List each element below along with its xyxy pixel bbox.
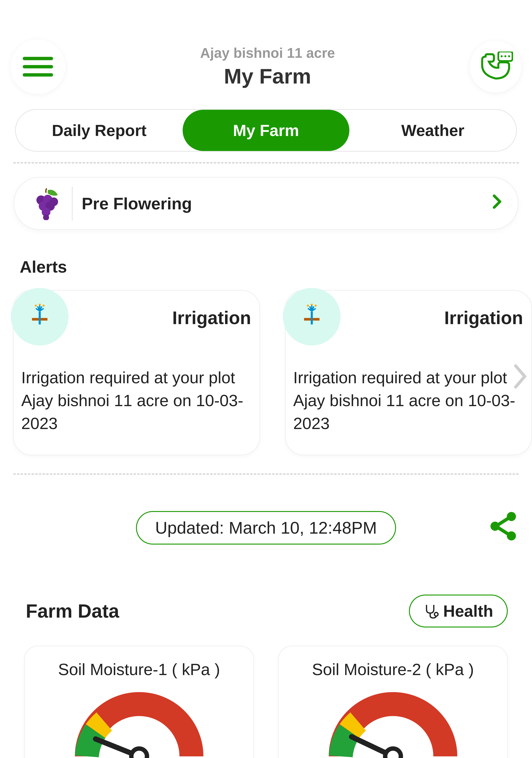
svg-rect-12 [39,312,41,325]
health-label: Health [443,602,493,621]
tab-my-farm[interactable]: My Farm [183,110,349,151]
svg-point-18 [307,305,309,307]
alert-body: Irrigation required at your plot Ajay bi… [21,366,251,435]
stethoscope-icon [423,603,439,619]
header-title-group: Ajay bishnoi 11 acre My Farm [200,45,335,88]
menu-button[interactable] [11,39,65,94]
card-title: Soil Moisture-1 ( kPa ) [31,660,247,679]
tab-daily-report[interactable]: Daily Report [16,110,183,151]
gauge-icon [73,691,205,758]
alert-body: Irrigation required at your plot Ajay bi… [293,366,523,435]
hamburger-icon [23,57,53,77]
grape-icon [29,187,63,220]
phone-chat-icon [478,52,513,82]
svg-point-26 [131,748,147,758]
svg-point-20 [311,304,313,305]
svg-point-28 [385,748,401,758]
svg-point-3 [508,55,510,57]
share-icon [489,511,517,541]
divider [13,473,519,475]
svg-point-13 [35,305,37,307]
svg-point-14 [43,305,45,307]
call-support-button[interactable] [470,41,521,92]
svg-rect-17 [311,312,313,325]
irrigation-icon [283,288,341,346]
svg-point-2 [504,55,506,57]
data-card-soil-moisture-2[interactable]: Soil Moisture-2 ( kPa ) 32 Too Dry [278,646,508,758]
view-tabs: Daily Report My Farm Weather [15,109,517,152]
tab-weather[interactable]: Weather [349,110,516,151]
crop-stage-card[interactable]: Pre Flowering [14,177,518,230]
health-button[interactable]: Health [409,595,508,628]
irrigation-icon [11,288,69,346]
gauge-icon [327,691,459,758]
svg-point-15 [39,304,41,305]
alert-card[interactable]: Irrigation Irrigation required at your p… [13,290,260,455]
svg-point-24 [434,612,438,616]
farm-name-subtitle: Ajay bishnoi 11 acre [200,45,335,61]
card-title: Soil Moisture-2 ( kPa ) [285,660,501,679]
page-title: My Farm [200,64,335,88]
stage-label: Pre Flowering [82,194,492,213]
farm-data-heading: Farm Data [26,600,119,622]
next-alert-arrow[interactable] [513,363,528,396]
divider [13,162,519,163]
last-updated-pill[interactable]: Updated: March 10, 12:48PM [136,511,396,544]
data-card-soil-moisture-1[interactable]: Soil Moisture-1 ( kPa ) 35 Too Dry [24,646,254,758]
alert-card[interactable]: Irrigation Irrigation required at your p… [285,290,532,455]
svg-point-1 [501,55,503,57]
chevron-right-icon [492,193,503,214]
share-button[interactable] [489,511,517,544]
svg-point-19 [315,305,316,307]
alerts-heading: Alerts [20,257,512,276]
separator [72,187,73,220]
alerts-row[interactable]: Irrigation Irrigation required at your p… [0,290,532,455]
